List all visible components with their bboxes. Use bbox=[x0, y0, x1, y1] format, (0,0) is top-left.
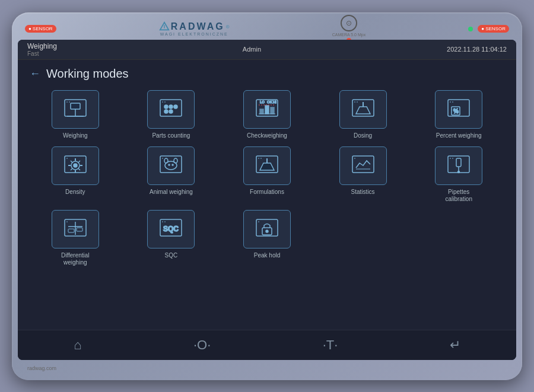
mode-item-checkweighing[interactable]: LO OK HI Checkweighing bbox=[221, 90, 313, 139]
mode-icon-animal-weighing bbox=[147, 146, 195, 185]
svg-point-36 bbox=[74, 164, 77, 167]
mode-item-parts-counting[interactable]: Parts counting bbox=[126, 90, 217, 139]
svg-rect-69 bbox=[68, 229, 74, 232]
svg-text:OK: OK bbox=[267, 100, 272, 104]
mode-label-density: Density bbox=[65, 189, 85, 196]
svg-point-63 bbox=[458, 171, 460, 173]
svg-rect-19 bbox=[271, 107, 274, 114]
svg-text:SQC: SQC bbox=[163, 225, 179, 233]
mode-icon-differential-weighing bbox=[52, 210, 99, 248]
svg-line-44 bbox=[71, 168, 72, 170]
svg-text:LO: LO bbox=[260, 100, 265, 104]
content-area: ← Working modes Weighing Parts counting bbox=[18, 60, 516, 330]
mode-label-animal-weighing: Animal weighing bbox=[150, 189, 193, 196]
mode-label-weighing: Weighing bbox=[63, 132, 88, 139]
svg-line-42 bbox=[78, 168, 80, 170]
mode-item-animal-weighing[interactable]: Animal weighing bbox=[126, 146, 217, 203]
svg-text:HI: HI bbox=[273, 100, 276, 104]
svg-rect-70 bbox=[77, 228, 82, 231]
mode-label-differential-weighing: Differential weighing bbox=[52, 252, 99, 266]
page-title: Working modes bbox=[46, 67, 129, 81]
mode-item-formulations[interactable]: Formulations bbox=[221, 146, 313, 203]
mode-label-checkweighing: Checkweighing bbox=[247, 132, 287, 139]
svg-point-13 bbox=[169, 110, 173, 113]
mode-icon-peak-hold bbox=[243, 210, 291, 248]
svg-rect-17 bbox=[260, 109, 263, 114]
status-bar: Weighing Fast Admin 2022.11.28 11:04:12 bbox=[18, 40, 516, 60]
svg-rect-61 bbox=[456, 158, 461, 167]
mode-icon-formulations bbox=[243, 146, 291, 185]
mode-item-peak-hold[interactable]: Peak hold bbox=[221, 210, 313, 266]
home-button[interactable]: ⌂ bbox=[66, 335, 88, 355]
svg-rect-46 bbox=[160, 156, 182, 173]
website-label: radwag.com bbox=[27, 365, 56, 371]
main-screen: Weighing Fast Admin 2022.11.28 11:04:12 … bbox=[18, 40, 516, 360]
svg-point-11 bbox=[174, 105, 177, 109]
mode-label-pipettes-calibration: Pipettes calibration bbox=[435, 189, 482, 203]
svg-rect-4 bbox=[71, 103, 80, 109]
svg-line-43 bbox=[78, 161, 80, 162]
svg-point-50 bbox=[169, 164, 170, 165]
mode-icon-parts-counting bbox=[147, 90, 195, 129]
mode-icon-sqc: SQC bbox=[147, 210, 195, 248]
sensor-right-button[interactable]: ● SENSOR bbox=[478, 25, 509, 33]
mode-label-parts-counting: Parts counting bbox=[152, 132, 190, 139]
mode-item-density[interactable]: Density bbox=[30, 146, 121, 203]
mode-icon-dosing bbox=[339, 90, 387, 129]
back-button[interactable]: ← bbox=[30, 68, 40, 80]
camera-label: CAMERA 5.0 Mpx bbox=[332, 33, 365, 37]
sensor-left-button[interactable]: ● SENSOR bbox=[25, 25, 56, 33]
mode-icon-weighing bbox=[52, 90, 99, 129]
mode-item-pipettes-calibration[interactable]: Pipettes calibration bbox=[413, 146, 504, 203]
mode-item-differential-weighing[interactable]: Differential weighing bbox=[30, 210, 121, 266]
page-header: ← Working modes bbox=[30, 67, 504, 81]
mode-item-percent-weighing[interactable]: % Percent weighing bbox=[413, 90, 504, 139]
modes-grid: Weighing Parts counting LO OK HI Checkwe… bbox=[30, 90, 504, 266]
svg-text:%: % bbox=[453, 108, 459, 114]
svg-point-78 bbox=[266, 230, 268, 232]
svg-point-51 bbox=[172, 164, 173, 165]
svg-point-48 bbox=[164, 158, 168, 163]
mode-item-weighing[interactable]: Weighing bbox=[30, 90, 121, 139]
svg-point-49 bbox=[174, 158, 177, 163]
camera-icon: ⊙ bbox=[341, 15, 357, 31]
weighing-sub: Fast bbox=[27, 50, 57, 57]
enter-button[interactable]: ↵ bbox=[443, 335, 468, 355]
status-green-dot bbox=[468, 27, 473, 31]
mode-label-statistics: Statistics bbox=[351, 189, 375, 196]
device-frame: ● SENSOR RADWAG ® WAGI ELEKTRONICZNE ⊙ C… bbox=[12, 12, 522, 380]
datetime: 2022.11.28 11:04:12 bbox=[447, 46, 507, 53]
bottom-nav: ⌂·O··T·↵ bbox=[18, 330, 516, 360]
mode-item-sqc[interactable]: SQC SQC bbox=[126, 210, 217, 266]
svg-line-41 bbox=[71, 161, 72, 162]
tare-button[interactable]: ·T· bbox=[316, 335, 345, 355]
svg-rect-57 bbox=[352, 156, 374, 173]
zero-button[interactable]: ·O· bbox=[186, 335, 218, 355]
mode-icon-density bbox=[52, 146, 99, 185]
footer-bar: radwag.com bbox=[18, 360, 516, 374]
weighing-mode: Weighing bbox=[27, 42, 57, 50]
mode-icon-checkweighing: LO OK HI bbox=[243, 90, 291, 129]
mode-label-dosing: Dosing bbox=[354, 132, 372, 139]
user-name: Admin bbox=[243, 46, 261, 53]
mode-label-sqc: SQC bbox=[165, 252, 178, 259]
mode-item-statistics[interactable]: Statistics bbox=[317, 146, 409, 203]
mode-icon-statistics bbox=[339, 146, 387, 185]
mode-icon-percent-weighing: % bbox=[435, 90, 482, 129]
mode-label-formulations: Formulations bbox=[250, 189, 284, 196]
svg-point-12 bbox=[164, 110, 168, 113]
mode-icon-pipettes-calibration bbox=[435, 146, 482, 185]
mode-label-percent-weighing: Percent weighing bbox=[436, 132, 482, 139]
top-bar: ● SENSOR RADWAG ® WAGI ELEKTRONICZNE ⊙ C… bbox=[18, 18, 516, 40]
brand-logo: RADWAG ® WAGI ELEKTRONICZNE bbox=[159, 21, 230, 36]
svg-point-10 bbox=[169, 105, 173, 109]
svg-rect-18 bbox=[265, 106, 269, 114]
mode-label-peak-hold: Peak hold bbox=[254, 252, 280, 259]
svg-point-9 bbox=[164, 105, 168, 109]
mode-item-dosing[interactable]: Dosing bbox=[317, 90, 409, 139]
